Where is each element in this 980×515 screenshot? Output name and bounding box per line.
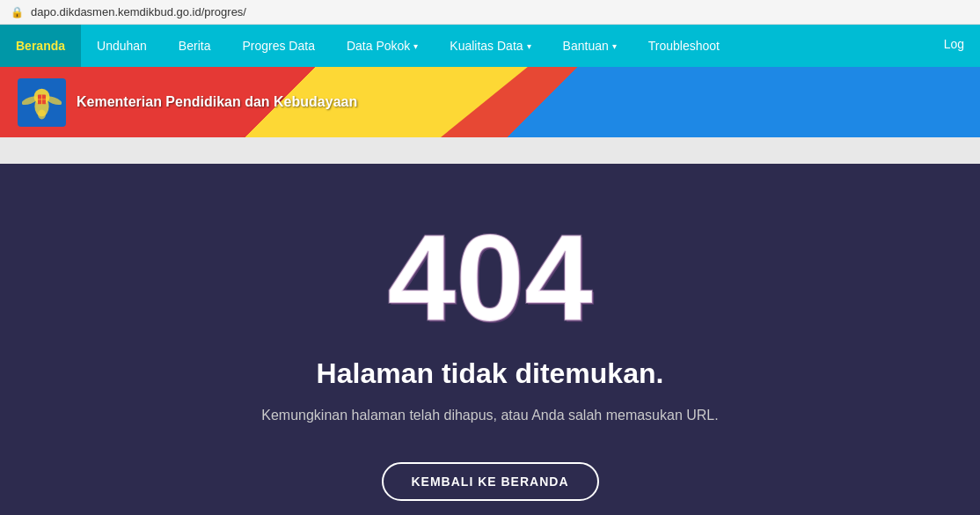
login-link[interactable]: Log: [928, 25, 980, 67]
browser-bar: 🔒 dapo.dikdasmen.kemdikbud.go.id/progres…: [0, 0, 980, 25]
navbar-item-troubleshoot[interactable]: Troubleshoot: [633, 25, 735, 67]
navbar-item-data-pokok[interactable]: Data Pokok ▾: [331, 25, 434, 67]
back-to-home-button[interactable]: KEMBALI KE BERANDA: [382, 462, 599, 501]
svg-marker-8: [441, 67, 615, 137]
svg-marker-10: [597, 67, 788, 137]
svg-point-4: [38, 109, 46, 119]
chevron-down-icon: ▾: [413, 41, 418, 51]
header-logo-area: Kementerian Pendidikan dan Kebudayaan: [18, 78, 357, 127]
svg-marker-11: [702, 67, 980, 137]
browser-url: dapo.dikdasmen.kemdikbud.go.id/progres/: [31, 5, 246, 18]
navbar-item-progres-data[interactable]: Progres Data: [226, 25, 330, 67]
chevron-down-icon: ▾: [612, 41, 617, 51]
navbar-item-berita[interactable]: Berita: [163, 25, 227, 67]
header-title: Kementerian Pendidikan dan Kebudayaan: [77, 94, 357, 110]
header-banner: Kementerian Pendidikan dan Kebudayaan: [0, 67, 980, 137]
separator: [0, 137, 980, 164]
error-code: 404: [387, 217, 593, 340]
header-logo: [18, 78, 66, 127]
error-section: 404 Halaman tidak ditemukan. Kemungkinan…: [0, 164, 980, 515]
error-description: Kemungkinan halaman telah dihapus, atau …: [261, 404, 718, 427]
navbar-item-bantuan[interactable]: Bantuan ▾: [547, 25, 633, 67]
svg-marker-9: [510, 67, 701, 137]
error-title: Halaman tidak ditemukan.: [317, 357, 664, 390]
navbar-item-unduhan[interactable]: Unduhan: [81, 25, 163, 67]
navbar-item-kualitas-data[interactable]: Kualitas Data ▾: [434, 25, 546, 67]
svg-marker-12: [875, 93, 927, 137]
navbar: BerandaUnduhanBeritaProgres DataData Pok…: [0, 25, 980, 67]
chevron-down-icon: ▾: [527, 41, 531, 51]
navbar-item-beranda[interactable]: Beranda: [0, 25, 81, 67]
lock-icon: 🔒: [11, 6, 24, 18]
